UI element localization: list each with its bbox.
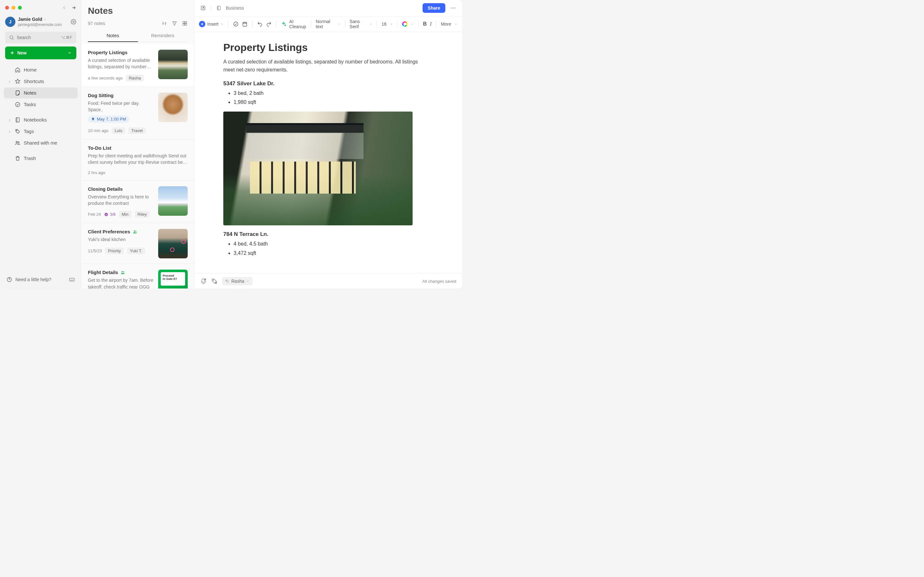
note-card[interactable]: Flight Details Get to the airport by 7am… bbox=[81, 264, 194, 288]
note-reminder[interactable]: May 7, 1:00 PM bbox=[88, 115, 129, 123]
note-tag[interactable]: Rasha bbox=[126, 75, 144, 81]
document-intro[interactable]: A curated selection of available listing… bbox=[223, 58, 429, 74]
nav-label: Shortcuts bbox=[24, 79, 44, 84]
note-tag[interactable]: Riley bbox=[135, 211, 150, 218]
nav-tasks[interactable]: Tasks bbox=[4, 99, 78, 110]
bold-button[interactable]: B bbox=[423, 21, 427, 27]
view-options-icon[interactable] bbox=[182, 21, 188, 26]
nav-notebooks[interactable]: › Notebooks bbox=[4, 114, 78, 125]
note-time: 11/5/23 bbox=[88, 248, 102, 253]
sort-icon[interactable] bbox=[162, 21, 167, 26]
text-color-button[interactable] bbox=[402, 21, 414, 27]
home-icon bbox=[15, 67, 21, 73]
chevron-down-icon bbox=[454, 23, 457, 26]
note-time: Feb 24 bbox=[88, 212, 101, 217]
font-size-select[interactable]: 16 bbox=[381, 21, 393, 27]
note-tag[interactable]: Min bbox=[119, 211, 132, 218]
note-tag[interactable]: Yuki T. bbox=[127, 247, 145, 254]
note-tag[interactable]: Travel bbox=[128, 127, 145, 134]
listing-image[interactable] bbox=[223, 111, 413, 226]
filter-icon[interactable] bbox=[172, 21, 178, 26]
note-card[interactable]: To-Do List Prep for client meeting and w… bbox=[81, 139, 194, 181]
note-time: 10 min ago bbox=[88, 128, 108, 133]
note-excerpt: A curated selection of available listing… bbox=[88, 57, 153, 70]
nav-trash[interactable]: Trash bbox=[4, 153, 78, 164]
nav-back-icon[interactable] bbox=[61, 5, 67, 10]
listing-detail[interactable]: 3 bed, 2 bath bbox=[234, 89, 433, 98]
paragraph-style-select[interactable]: Normal text bbox=[316, 19, 341, 29]
note-list[interactable]: Property Listings A curated selection of… bbox=[81, 44, 194, 288]
note-card[interactable]: Client Preferences Yuki's ideal kitchen … bbox=[81, 223, 194, 264]
note-time: 2 hrs ago bbox=[88, 170, 105, 175]
disclosure-icon[interactable]: › bbox=[8, 129, 11, 134]
notebook-name[interactable]: Business bbox=[226, 5, 244, 11]
close-window-icon[interactable] bbox=[5, 6, 9, 10]
account-menu[interactable]: J Jamie Gold jamiegold@evernote.com bbox=[3, 15, 79, 32]
note-tag[interactable]: Luis bbox=[111, 127, 125, 134]
note-thumbnail bbox=[158, 93, 188, 122]
svg-point-26 bbox=[213, 279, 214, 280]
note-task-progress[interactable]: 3/6 bbox=[104, 212, 115, 217]
search-placeholder: Search bbox=[17, 35, 31, 40]
listing-address[interactable]: 784 N Terrace Ln. bbox=[223, 231, 433, 237]
trash-icon bbox=[15, 155, 21, 161]
nav-shared[interactable]: Shared with me bbox=[4, 137, 78, 148]
note-title: Dog Sitting bbox=[88, 93, 153, 98]
svg-point-22 bbox=[455, 8, 456, 9]
more-formatting-button[interactable]: More bbox=[441, 21, 457, 27]
disclosure-icon[interactable]: › bbox=[8, 117, 11, 122]
help-link[interactable]: Need a little help? bbox=[3, 273, 79, 286]
calendar-icon[interactable] bbox=[242, 21, 248, 27]
svg-point-23 bbox=[234, 22, 238, 26]
tab-notes[interactable]: Notes bbox=[88, 29, 138, 42]
editor-body[interactable]: Property Listings A curated selection of… bbox=[194, 32, 462, 274]
listing-detail[interactable]: 3,472 sqft bbox=[234, 249, 433, 258]
color-wheel-icon bbox=[402, 21, 407, 27]
task-icon[interactable] bbox=[233, 21, 239, 27]
italic-button[interactable]: I bbox=[430, 21, 431, 27]
fullscreen-window-icon[interactable] bbox=[18, 6, 22, 10]
note-tag[interactable]: Priority bbox=[105, 247, 124, 254]
nav-forward-icon[interactable] bbox=[71, 5, 76, 10]
note-card[interactable]: Closing Details Overview Everything is h… bbox=[81, 181, 194, 223]
settings-icon[interactable] bbox=[71, 19, 76, 25]
task-circle-icon bbox=[104, 212, 108, 217]
add-tag-icon[interactable] bbox=[211, 278, 218, 284]
notes-title: Notes bbox=[88, 6, 113, 16]
nav-tags[interactable]: › Tags bbox=[4, 126, 78, 137]
document-title[interactable]: Property Listings bbox=[223, 42, 433, 53]
insert-button[interactable]: + Insert bbox=[199, 21, 224, 27]
note-card[interactable]: Property Listings A curated selection of… bbox=[81, 44, 194, 87]
keyboard-shortcuts-icon[interactable] bbox=[69, 276, 75, 283]
undo-icon[interactable] bbox=[257, 21, 263, 27]
note-card[interactable]: Dog Sitting Food: Feed twice per day. Sp… bbox=[81, 87, 194, 140]
chevron-down-icon bbox=[390, 23, 393, 26]
new-button[interactable]: New bbox=[5, 47, 76, 59]
font-family-select[interactable]: Sans Serif bbox=[350, 19, 373, 29]
listing-detail[interactable]: 1,980 sqft bbox=[234, 98, 433, 107]
window-controls bbox=[3, 4, 79, 15]
tab-reminders[interactable]: Reminders bbox=[138, 29, 188, 42]
ai-cleanup-button[interactable]: AI Cleanup bbox=[281, 19, 307, 29]
redo-icon[interactable] bbox=[266, 21, 272, 27]
star-icon bbox=[15, 79, 21, 84]
more-menu-icon[interactable] bbox=[450, 5, 456, 11]
listing-detail[interactable]: 4 bed, 4.5 bath bbox=[234, 239, 433, 249]
help-icon bbox=[6, 277, 12, 282]
disclosure-icon[interactable]: › bbox=[8, 79, 11, 84]
listing-address[interactable]: 5347 Silver Lake Dr. bbox=[223, 81, 433, 87]
share-button[interactable]: Share bbox=[423, 3, 445, 13]
search-input[interactable]: Search ⌥⌘F bbox=[5, 32, 76, 43]
expand-icon[interactable] bbox=[200, 5, 206, 11]
note-excerpt: Food: Feed twice per day. Space.. bbox=[88, 100, 153, 113]
minimize-window-icon[interactable] bbox=[11, 6, 15, 10]
editor-header: | Business Share bbox=[194, 0, 462, 16]
tag-icon bbox=[225, 279, 229, 284]
note-excerpt: Prep for client meeting and walkthrough … bbox=[88, 153, 188, 166]
note-tag-chip[interactable]: Rasha bbox=[222, 277, 252, 285]
nav-shortcuts[interactable]: › Shortcuts bbox=[4, 76, 78, 87]
add-reminder-icon[interactable] bbox=[200, 278, 207, 284]
nav-label: Home bbox=[24, 67, 37, 73]
nav-notes[interactable]: Notes bbox=[4, 87, 78, 98]
nav-home[interactable]: Home bbox=[4, 64, 78, 75]
